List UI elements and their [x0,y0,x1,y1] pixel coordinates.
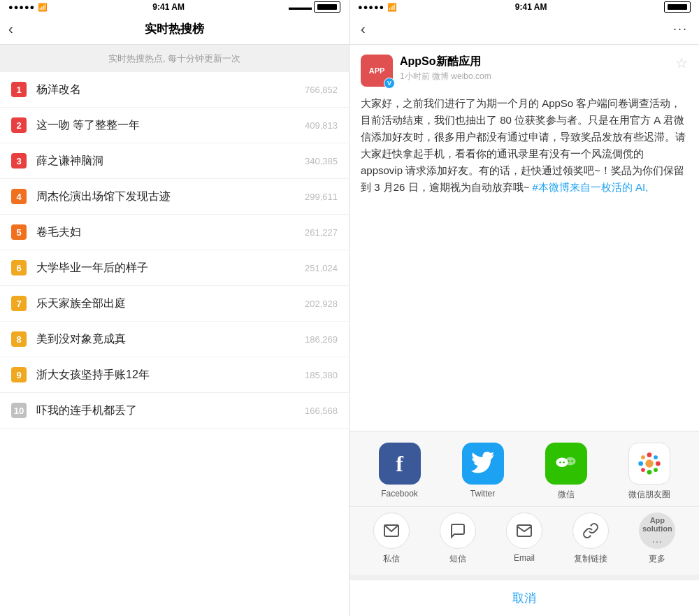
svg-point-2 [559,461,561,464]
item-count-5: 261,227 [305,227,338,238]
item-count-1: 766,852 [305,85,338,95]
item-text-3: 薛之谦神脑洞 [36,154,299,169]
left-battery: ▬▬▬ [289,1,340,13]
right-nav-bar: ‹ ··· [350,14,699,45]
share-section: f Facebook Twitter [350,431,699,575]
item-text-2: 这一吻 等了整整一年 [36,118,299,133]
twitter-label: Twitter [470,489,495,499]
author-meta: 1小时前 微博 weibo.com [400,71,675,83]
email-label: Email [514,553,535,563]
list-item[interactable]: 4 周杰伦演出场馆下发现古迹 299,611 [0,179,349,215]
author-info: AppSo新酷应用 1小时前 微博 weibo.com [400,55,675,83]
right-time: 9:41 AM [515,2,547,12]
item-count-7: 202,928 [305,299,338,309]
item-count-3: 340,385 [305,156,338,166]
list-item[interactable]: 2 这一吻 等了整整一年 409,813 [0,108,349,143]
pm-icon [373,513,410,549]
copy-link-icon [572,513,609,549]
share-icons-row: f Facebook Twitter [350,431,699,506]
rank-badge-1: 1 [11,82,27,97]
avatar: APP V [361,55,393,87]
cancel-bar: 取消 [350,575,699,616]
svg-point-10 [656,461,661,466]
right-status-bar: ●●●●● 📶 9:41 AM [350,0,699,14]
moments-icon [628,443,670,485]
left-back-button[interactable]: ‹ [8,21,13,37]
share-copy-button[interactable]: 复制链接 [572,513,609,565]
svg-point-5 [571,460,573,462]
wechat-label: 微信 [558,489,575,501]
svg-point-7 [647,452,651,457]
item-text-1: 杨洋改名 [36,83,299,97]
left-nav-bar: ‹ 实时热搜榜 [0,14,349,45]
item-count-8: 186,269 [305,334,338,345]
facebook-icon: f [379,443,421,485]
post-content: APP V AppSo新酷应用 1小时前 微博 weibo.com ☆ 大家好，… [350,45,699,431]
share-sms-button[interactable]: 短信 [440,513,476,565]
rank-badge-9: 9 [11,367,27,382]
post-text: 大家好，之前我们进行了为期一个月的 AppSo 客户端问卷调查活动，目前活动结束… [361,95,688,196]
right-back-button[interactable]: ‹ [361,21,366,37]
svg-point-9 [638,461,643,466]
item-count-10: 166,568 [305,406,338,416]
share-twitter-button[interactable]: Twitter [462,443,504,501]
list-item[interactable]: 8 美到没对象竟成真 186,269 [0,322,349,357]
item-text-9: 浙大女孩坚持手账12年 [36,368,299,382]
svg-point-13 [641,468,645,472]
right-signal: ●●●●● 📶 [358,3,398,12]
share-wechat-button[interactable]: 微信 [545,443,587,501]
svg-point-1 [565,457,575,466]
author-row: APP V AppSo新酷应用 1小时前 微博 weibo.com ☆ [361,55,688,87]
post-body: 大家好，之前我们进行了为期一个月的 AppSo 客户端问卷调查活动，目前活动结束… [361,97,686,193]
email-icon [506,513,542,549]
left-signal: ●●●●● 📶 [8,3,48,12]
list-item[interactable]: 5 卷毛夫妇 261,227 [0,215,349,250]
more-icon: Appsolution ··· [639,513,675,549]
share-email-button[interactable]: Email [506,513,542,565]
moments-label: 微信朋友圈 [628,489,670,501]
rank-badge-8: 8 [11,331,27,347]
svg-point-6 [645,459,653,467]
share-facebook-button[interactable]: f Facebook [379,443,421,501]
list-item[interactable]: 10 吓我的连手机都丢了 166,568 [0,393,349,429]
item-count-4: 299,611 [305,192,338,202]
svg-point-8 [647,470,651,475]
item-count-9: 185,380 [305,370,338,380]
item-text-6: 大学毕业一年后的样子 [36,261,299,275]
item-count-2: 409,813 [305,120,338,131]
list-item[interactable]: 1 杨洋改名 766,852 [0,72,349,108]
star-icon[interactable]: ☆ [675,55,688,71]
share-pm-button[interactable]: 私信 [373,513,410,565]
list-item[interactable]: 3 薛之谦神脑洞 340,385 [0,143,349,179]
share-moments-button[interactable]: 微信朋友圈 [628,443,670,501]
list-item[interactable]: 9 浙大女孩坚持手账12年 185,380 [0,357,349,393]
post-link[interactable]: #本微博来自一枚活的 AI, [529,181,648,193]
item-text-4: 周杰伦演出场馆下发现古迹 [36,189,299,204]
svg-point-14 [654,468,658,472]
facebook-label: Facebook [381,489,418,499]
more-label: 更多 [649,553,665,565]
pm-label: 私信 [383,553,400,565]
right-battery [664,1,691,13]
share-more-button[interactable]: Appsolution ··· 更多 [639,513,675,565]
rank-badge-2: 2 [11,117,27,133]
item-text-5: 卷毛夫妇 [36,225,299,240]
left-time: 9:41 AM [152,2,185,12]
rank-badge-7: 7 [11,296,27,311]
author-name: AppSo新酷应用 [400,55,675,69]
copy-link-label: 复制链接 [574,553,607,565]
rank-badge-3: 3 [11,153,27,169]
item-text-8: 美到没对象竟成真 [36,332,299,347]
subtitle-bar: 实时热搜热点, 每十分钟更新一次 [0,45,349,72]
left-panel: ●●●●● 📶 9:41 AM ▬▬▬ ‹ 实时热搜榜 实时热搜热点, 每十分钟… [0,0,350,616]
cancel-button[interactable]: 取消 [512,592,536,605]
svg-point-4 [568,460,570,462]
rank-badge-5: 5 [11,224,27,240]
list-item[interactable]: 7 乐天家族全部出庭 202,928 [0,286,349,322]
right-panel: ●●●●● 📶 9:41 AM ‹ ··· APP V AppSo新酷应用 1小… [350,0,699,616]
avatar-text: APP [369,66,385,75]
left-nav-title: 实时热搜榜 [145,21,204,37]
trending-list: 1 杨洋改名 766,852 2 这一吻 等了整整一年 409,813 3 薛之… [0,72,349,616]
list-item[interactable]: 6 大学毕业一年后的样子 251,024 [0,250,349,286]
right-more-button[interactable]: ··· [673,22,688,36]
